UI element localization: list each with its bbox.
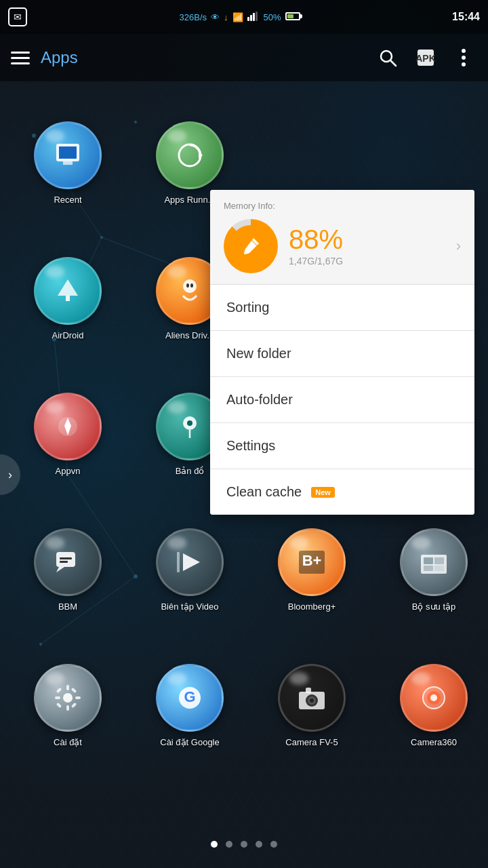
app-label: Bản đồ	[176, 466, 205, 476]
memory-circle-bg	[224, 219, 278, 273]
list-item[interactable]: Bộ sưu tập	[373, 502, 488, 637]
list-item[interactable]: Appvn	[7, 366, 129, 502]
app-icon-bloomberg: B+	[278, 528, 346, 596]
eye-icon: 👁	[211, 12, 220, 22]
clean-cache-label: Clean cache	[226, 484, 302, 500]
svg-rect-15	[250, 15, 252, 21]
list-item[interactable]: G Cài đặt Google	[129, 637, 251, 773]
svg-marker-41	[56, 567, 64, 572]
sorting-label: Sorting	[226, 300, 269, 315]
page-indicator	[0, 841, 488, 848]
dot-2	[226, 841, 232, 848]
svg-rect-55	[66, 705, 69, 711]
svg-rect-42	[60, 557, 72, 559]
hamburger-button[interactable]	[11, 52, 30, 64]
memory-percent: 88%	[289, 226, 445, 253]
list-item[interactable]: B+ Bloomberg+	[251, 502, 373, 637]
app-label: BBM	[58, 601, 77, 612]
svg-text:B+: B+	[302, 552, 322, 569]
svg-rect-26	[59, 146, 77, 159]
svg-text:APK: APK	[415, 53, 436, 64]
menu-item-sorting[interactable]: Sorting	[210, 285, 474, 331]
svg-point-33	[186, 283, 189, 288]
app-label: Cài đặt	[54, 737, 82, 747]
svg-marker-44	[183, 553, 200, 571]
new-folder-label: New folder	[226, 346, 291, 361]
app-title: Apps	[41, 48, 363, 67]
list-item[interactable]: Biên tập Video	[129, 502, 251, 637]
list-item[interactable]: BBM	[7, 502, 129, 637]
svg-point-71	[430, 694, 437, 701]
more-options-button[interactable]	[450, 44, 477, 71]
svg-rect-16	[253, 13, 255, 21]
memory-info-section[interactable]: Memory Info:	[210, 190, 474, 285]
svg-rect-45	[177, 552, 180, 572]
svg-point-67	[310, 698, 314, 703]
memory-size: 1,47G/1,67G	[289, 256, 445, 267]
time-display: 15:44	[452, 11, 480, 23]
status-center: 326B/s 👁 ↓ 📶 50%	[180, 12, 300, 23]
svg-rect-17	[256, 12, 258, 21]
app-bar: Apps APK	[0, 34, 488, 81]
svg-rect-68	[306, 688, 311, 693]
menu-item-clean-cache[interactable]: Clean cache New	[210, 469, 474, 515]
svg-rect-50	[434, 557, 444, 564]
app-label: Appvn	[56, 466, 81, 476]
memory-circle	[224, 219, 278, 273]
svg-point-34	[190, 283, 193, 288]
app-icon-camera-fv5	[278, 664, 346, 732]
svg-point-32	[183, 279, 197, 293]
app-icon-video	[156, 528, 224, 596]
app-label: Aliens Driv...	[165, 330, 214, 340]
dot-4	[256, 841, 262, 848]
app-label: Biên tập Video	[161, 601, 218, 612]
list-item[interactable]: Camera FV-5	[251, 637, 373, 773]
new-badge: New	[311, 487, 335, 498]
svg-rect-59	[71, 702, 77, 707]
app-label: Camera360	[411, 737, 457, 747]
menu-item-auto-folder[interactable]: Auto-folder	[210, 377, 474, 423]
app-label: Cài đặt Google	[160, 737, 220, 747]
app-icon-google-settings: G	[156, 664, 224, 732]
app-icon-bbm	[34, 528, 102, 596]
app-icon-camera360	[400, 664, 468, 732]
search-button[interactable]	[374, 44, 401, 71]
app-label: Apps Runn...	[164, 195, 215, 205]
list-item[interactable]: Recent	[7, 95, 129, 231]
bbm-notification-icon: ✉	[8, 7, 27, 26]
svg-rect-27	[63, 161, 73, 165]
svg-rect-58	[56, 687, 62, 692]
menu-item-settings[interactable]: Settings	[210, 423, 474, 469]
app-label: Bộ sưu tập	[412, 601, 455, 612]
memory-label: Memory Info:	[224, 201, 461, 211]
svg-text:G: G	[184, 688, 195, 705]
status-right: 15:44	[452, 11, 480, 23]
apk-manager-button[interactable]: APK	[412, 44, 439, 71]
memory-arrow-icon: ›	[456, 237, 461, 255]
memory-circle-inner	[230, 225, 272, 267]
app-label: Camera FV-5	[285, 737, 338, 747]
svg-rect-43	[60, 561, 68, 563]
app-label: Recent	[54, 195, 81, 205]
memory-content: 88% 1,47G/1,67G ›	[224, 219, 461, 273]
app-label: AirDroid	[52, 330, 84, 340]
svg-rect-14	[247, 17, 249, 21]
status-left: ✉	[8, 7, 27, 26]
list-item[interactable]: Camera360	[373, 637, 488, 773]
app-icon-airdroid	[34, 257, 102, 325]
status-bar: ✉ 326B/s 👁 ↓ 📶 50% 15:44	[0, 0, 488, 34]
list-item[interactable]: AirDroid	[7, 231, 129, 366]
list-item[interactable]: Cài đặt	[7, 637, 129, 773]
app-icon-settings	[34, 664, 102, 732]
wifi-icon: 📶	[232, 12, 243, 22]
dropdown-menu: Memory Info:	[210, 190, 474, 515]
menu-item-new-folder[interactable]: New folder	[210, 331, 474, 377]
svg-point-53	[63, 693, 73, 703]
battery-icon	[285, 12, 300, 22]
svg-rect-61	[56, 702, 62, 707]
signal-icon	[247, 12, 260, 23]
svg-rect-49	[424, 557, 433, 564]
svg-rect-52	[434, 566, 444, 571]
network-speed: 326B/s	[180, 12, 207, 22]
svg-rect-51	[424, 566, 433, 571]
